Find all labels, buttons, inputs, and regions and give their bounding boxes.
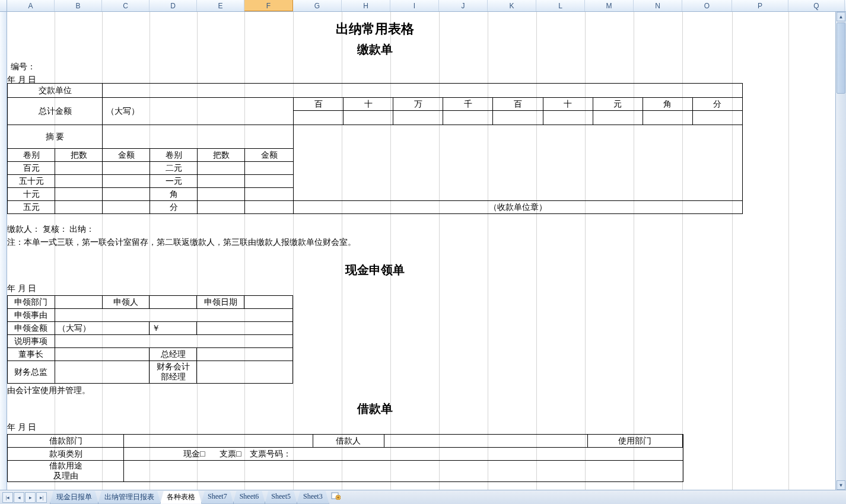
f1-abstract-value[interactable] bbox=[103, 125, 294, 149]
scroll-thumb[interactable] bbox=[837, 23, 845, 94]
f3-dept: 借款部门 bbox=[8, 435, 124, 448]
col-D[interactable]: D bbox=[150, 0, 197, 11]
f1-amt-2[interactable] bbox=[393, 111, 443, 125]
f1-dr0: 二元 bbox=[150, 162, 198, 175]
f3-checkno: 支票号码： bbox=[250, 449, 291, 458]
worksheet-grid[interactable]: 出纳常用表格 缴款单 编号： 年 月 日 交款单位 总计金额 （大写） 百 十 … bbox=[7, 12, 835, 490]
col-E[interactable]: E bbox=[197, 0, 244, 11]
tab-2[interactable]: 各种表格 bbox=[160, 491, 202, 504]
f1-h5: 金额 bbox=[245, 149, 294, 162]
f1-dl0: 百元 bbox=[8, 162, 55, 175]
col-P[interactable]: P bbox=[732, 0, 788, 11]
f2-dept: 申领部门 bbox=[8, 296, 55, 309]
f1-amt-1[interactable] bbox=[344, 111, 393, 125]
column-header-row: A B C D E F G H I J K L M N O P Q bbox=[0, 0, 846, 12]
f1-h3: 卷别 bbox=[150, 149, 198, 162]
f1-amt-0[interactable] bbox=[294, 111, 344, 125]
f1-amt-4[interactable] bbox=[493, 111, 543, 125]
f1-h4: 把数 bbox=[198, 149, 245, 162]
col-H[interactable]: H bbox=[342, 0, 390, 11]
payment-slip-form: 交款单位 总计金额 （大写） 百 十 万 千 百 十 元 角 分 bbox=[7, 83, 743, 214]
form3-title: 借款单 bbox=[7, 401, 743, 417]
f2-cfo: 财务总监 bbox=[8, 361, 55, 384]
loan-form: 借款部门 借款人 使用部门 款项类别 现金□ 支票□ 支票号码： bbox=[7, 434, 683, 482]
col-Q[interactable]: Q bbox=[788, 0, 845, 11]
col-F[interactable]: F bbox=[244, 0, 293, 11]
f1-payer-unit-label: 交款单位 bbox=[8, 84, 103, 98]
f1-dr3: 分 bbox=[150, 201, 198, 214]
form3-date-line: 年 月 日 bbox=[7, 423, 36, 432]
form2-title: 现金申领单 bbox=[7, 262, 743, 278]
f1-h2: 金额 bbox=[103, 149, 150, 162]
f1-stamp-area bbox=[294, 125, 743, 201]
f1-digit-2: 万 bbox=[393, 98, 443, 111]
f2-footer: 由会计室使用并管理。 bbox=[7, 387, 90, 395]
col-O[interactable]: O bbox=[682, 0, 732, 11]
tab-6[interactable]: Sheet3 bbox=[297, 491, 329, 504]
f2-daxie: （大写） bbox=[55, 322, 150, 335]
col-J[interactable]: J bbox=[439, 0, 488, 11]
f1-amt-6[interactable] bbox=[593, 111, 643, 125]
col-B[interactable]: B bbox=[55, 0, 102, 11]
col-G[interactable]: G bbox=[293, 0, 342, 11]
f1-digit-1: 十 bbox=[344, 98, 393, 111]
col-C[interactable]: C bbox=[102, 0, 150, 11]
f2-gm: 总经理 bbox=[150, 348, 197, 361]
row-header-gutter bbox=[0, 12, 7, 490]
tab-0[interactable]: 现金日报单 bbox=[50, 491, 98, 504]
col-M[interactable]: M bbox=[585, 0, 634, 11]
tab-4[interactable]: Sheet6 bbox=[233, 491, 266, 504]
f1-amt-7[interactable] bbox=[643, 111, 692, 125]
f2-yuan: ￥ bbox=[150, 322, 197, 335]
f3-check[interactable]: 支票□ bbox=[220, 449, 241, 458]
select-all-corner[interactable] bbox=[0, 0, 7, 11]
scroll-up-button[interactable]: ▲ bbox=[837, 12, 845, 21]
col-I[interactable]: I bbox=[390, 0, 439, 11]
tab-1[interactable]: 出纳管理日报表 bbox=[98, 491, 161, 504]
f1-abstract-label: 摘 要 bbox=[8, 125, 103, 149]
f2-notes: 说明事项 bbox=[8, 335, 55, 348]
f1-payer-unit-value[interactable] bbox=[103, 84, 743, 98]
tab-3[interactable]: Sheet7 bbox=[201, 491, 234, 504]
vertical-scrollbar[interactable]: ▲ ▼ bbox=[835, 12, 846, 490]
tab-nav-prev[interactable]: ◂ bbox=[14, 492, 24, 503]
f2-chairman: 董事长 bbox=[8, 348, 55, 361]
col-N[interactable]: N bbox=[634, 0, 682, 11]
sheet-content: 出纳常用表格 缴款单 编号： 年 月 日 交款单位 总计金额 （大写） 百 十 … bbox=[7, 12, 835, 490]
f1-h0: 卷别 bbox=[8, 149, 55, 162]
tab-nav-last[interactable]: ▸| bbox=[36, 492, 47, 503]
f1-digit-0: 百 bbox=[294, 98, 344, 111]
scroll-down-button[interactable]: ▼ bbox=[837, 480, 845, 490]
main-title: 出纳常用表格 bbox=[7, 20, 743, 38]
col-A[interactable]: A bbox=[7, 0, 55, 11]
f1-amt-3[interactable] bbox=[443, 111, 493, 125]
f1-signers: 缴款人： 复核： 出纳： bbox=[7, 225, 94, 234]
tab-nav-first[interactable]: |◂ bbox=[2, 492, 13, 503]
f1-h1: 把数 bbox=[55, 149, 103, 162]
f1-dl3: 五元 bbox=[8, 201, 55, 214]
f1-amt-5[interactable] bbox=[543, 111, 593, 125]
sheet-tabs: 现金日报单 出纳管理日报表 各种表格 Sheet7 Sheet6 Sheet5 … bbox=[50, 491, 342, 504]
col-L[interactable]: L bbox=[536, 0, 585, 11]
f3-purpose: 借款用途及理由 bbox=[8, 461, 124, 482]
f3-kind-opts: 现金□ 支票□ 支票号码： bbox=[124, 448, 683, 461]
tab-nav-next[interactable]: ▸ bbox=[25, 492, 36, 503]
f2-amount: 申领金额 bbox=[8, 322, 55, 335]
f3-kind: 款项类别 bbox=[8, 448, 124, 461]
sheet-tab-bar: |◂ ◂ ▸ ▸| 现金日报单 出纳管理日报表 各种表格 Sheet7 Shee… bbox=[0, 490, 846, 504]
tab-5[interactable]: Sheet5 bbox=[265, 491, 297, 504]
cash-request-form: 申领部门 申领人 申领日期 申领事由 申领金额 （大写） ￥ bbox=[7, 295, 293, 384]
f1-digit-5: 十 bbox=[543, 98, 593, 111]
col-K[interactable]: K bbox=[488, 0, 536, 11]
f1-dl1: 五十元 bbox=[8, 175, 55, 188]
f3-person: 借款人 bbox=[313, 435, 384, 448]
f1-amt-8[interactable] bbox=[692, 111, 742, 125]
form2-date-line: 年 月 日 bbox=[7, 285, 36, 293]
form1-title: 缴款单 bbox=[7, 42, 743, 58]
f1-digit-8: 分 bbox=[692, 98, 742, 111]
f3-usedept: 使用部门 bbox=[587, 435, 682, 448]
f1-dl2: 十元 bbox=[8, 188, 55, 201]
new-sheet-button[interactable] bbox=[330, 491, 342, 500]
f1-digit-6: 元 bbox=[593, 98, 643, 111]
f3-cash[interactable]: 现金□ bbox=[183, 449, 205, 458]
